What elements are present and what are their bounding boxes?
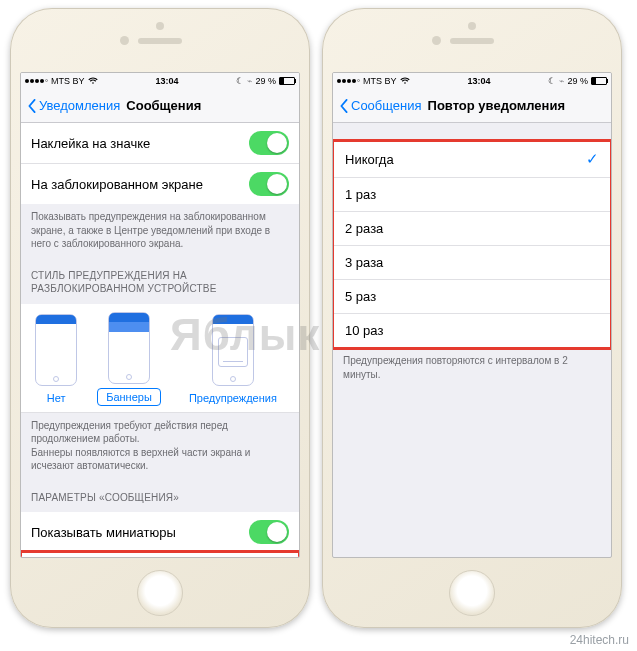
signal-dots-icon — [25, 79, 48, 83]
option-label: 2 раза — [345, 221, 383, 236]
highlighted-row: Повтор уведомления Никогда — [21, 552, 299, 557]
nav-bar: Уведомления Сообщения — [21, 89, 299, 123]
row-label: Наклейка на значке — [31, 136, 150, 151]
alert-style-none[interactable]: Нет — [35, 314, 77, 406]
carrier-label: MTS BY — [363, 76, 397, 86]
carrier-label: MTS BY — [51, 76, 85, 86]
alert-style-picker: Нет Баннеры Предупреждения — [21, 304, 299, 413]
alert-style-label: Предупреждения — [181, 390, 285, 406]
wifi-icon — [88, 77, 98, 85]
option-label: 10 раз — [345, 323, 383, 338]
status-time: 13:04 — [410, 76, 549, 86]
switch-on[interactable] — [249, 520, 289, 544]
back-button[interactable]: Уведомления — [27, 98, 120, 113]
option-label: 3 раза — [345, 255, 383, 270]
nav-bar: Сообщения Повтор уведомления — [333, 89, 611, 123]
row-show-on-lockscreen[interactable]: На заблокированном экране — [21, 164, 299, 204]
repeat-options-list: Никогда✓1 раз2 раза3 раза5 раз10 раз — [333, 141, 611, 348]
row-label: На заблокированном экране — [31, 177, 203, 192]
signal-dots-icon — [337, 79, 360, 83]
checkmark-icon: ✓ — [586, 150, 599, 168]
option-label: Никогда — [345, 152, 394, 167]
alert-style-label: Нет — [39, 390, 74, 406]
row-repeat-alerts[interactable]: Повтор уведомления Никогда — [21, 552, 299, 557]
repeat-option[interactable]: 10 раз — [333, 314, 611, 348]
alert-style-banners[interactable]: Баннеры — [97, 312, 161, 406]
home-button[interactable] — [449, 570, 495, 616]
battery-percent: 29 % — [567, 76, 588, 86]
alert-style-label: Баннеры — [97, 388, 161, 406]
bluetooth-icon: ⌁ — [247, 76, 252, 86]
back-label: Уведомления — [39, 98, 120, 113]
section-footer: Предупреждения требуют действия перед пр… — [21, 413, 299, 481]
dnd-moon-icon: ☾ — [236, 76, 244, 86]
nav-title: Повтор уведомления — [428, 98, 565, 113]
nav-title: Сообщения — [126, 98, 201, 113]
iphone-frame-left: MTS BY 13:04 ☾ ⌁ 29 % Уведомления — [10, 8, 310, 628]
battery-percent: 29 % — [255, 76, 276, 86]
section-footer: Предупреждения повторяются с интервалом … — [333, 348, 611, 389]
repeat-option[interactable]: Никогда✓ — [333, 141, 611, 178]
alert-style-alerts[interactable]: Предупреждения — [181, 314, 285, 406]
repeat-option[interactable]: 5 раз — [333, 280, 611, 314]
option-label: 1 раз — [345, 187, 376, 202]
iphone-frame-right: MTS BY 13:04 ☾ ⌁ 29 % Сообщения — [322, 8, 622, 628]
status-bar: MTS BY 13:04 ☾ ⌁ 29 % — [333, 73, 611, 89]
status-time: 13:04 — [98, 76, 237, 86]
repeat-option[interactable]: 1 раз — [333, 178, 611, 212]
screen-left: MTS BY 13:04 ☾ ⌁ 29 % Уведомления — [20, 72, 300, 558]
battery-icon — [279, 77, 295, 85]
image-credit: 24hitech.ru — [570, 633, 629, 647]
row-show-previews[interactable]: Показывать миниатюры — [21, 512, 299, 552]
screen-right: MTS BY 13:04 ☾ ⌁ 29 % Сообщения — [332, 72, 612, 558]
wifi-icon — [400, 77, 410, 85]
back-label: Сообщения — [351, 98, 422, 113]
status-bar: MTS BY 13:04 ☾ ⌁ 29 % — [21, 73, 299, 89]
dnd-moon-icon: ☾ — [548, 76, 556, 86]
option-label: 5 раз — [345, 289, 376, 304]
section-header: СТИЛЬ ПРЕДУПРЕЖДЕНИЯ НА РАЗБЛОКИРОВАННОМ… — [21, 259, 299, 304]
switch-on[interactable] — [249, 131, 289, 155]
battery-icon — [591, 77, 607, 85]
repeat-option[interactable]: 2 раза — [333, 212, 611, 246]
row-badge-app-icon[interactable]: Наклейка на значке — [21, 123, 299, 164]
section-header: ПАРАМЕТРЫ «СООБЩЕНИЯ» — [21, 481, 299, 513]
row-label: Показывать миниатюры — [31, 525, 176, 540]
switch-on[interactable] — [249, 172, 289, 196]
chevron-left-icon — [27, 99, 37, 113]
home-button[interactable] — [137, 570, 183, 616]
section-footer: Показывать предупреждения на заблокирова… — [21, 204, 299, 259]
bluetooth-icon: ⌁ — [559, 76, 564, 86]
back-button[interactable]: Сообщения — [339, 98, 422, 113]
chevron-left-icon — [339, 99, 349, 113]
repeat-option[interactable]: 3 раза — [333, 246, 611, 280]
